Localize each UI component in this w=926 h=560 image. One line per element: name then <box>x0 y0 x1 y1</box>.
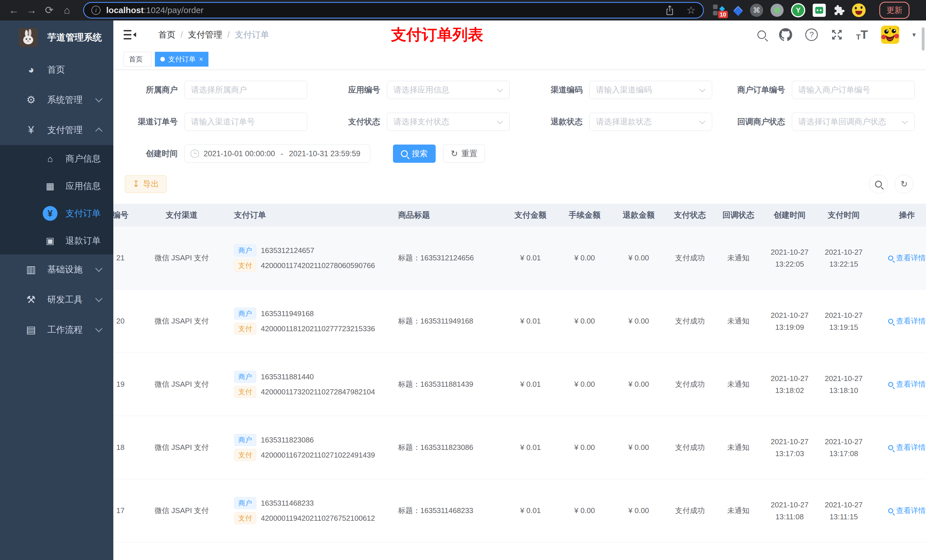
filter-label: 渠道编码 <box>530 85 589 95</box>
browser-reload-button[interactable]: ⟳ <box>41 4 58 16</box>
table-body: 21 微信 JSAPI 支付 商户1635312124657 支付4200001… <box>113 226 926 560</box>
filter-input[interactable] <box>589 81 712 99</box>
export-button[interactable]: ↧ 导出 <box>125 175 166 193</box>
bookmark-star-icon[interactable]: ☆ <box>687 4 696 16</box>
extension-dot-icon[interactable] <box>770 4 784 17</box>
cell-created: 2021-10-2713:17:03 <box>763 436 817 460</box>
select-arrow-icon <box>497 118 503 124</box>
filter-field: 所属商户 <box>125 81 307 99</box>
view-tab[interactable]: 支付订单 × <box>155 52 209 66</box>
fullscreen-icon[interactable] <box>831 29 843 41</box>
share-icon[interactable] <box>665 5 675 16</box>
filter-input[interactable] <box>792 81 915 99</box>
search-icon <box>875 181 882 187</box>
view-detail-link[interactable]: 查看详情 <box>871 506 926 516</box>
user-menu-caret-icon[interactable]: ▾ <box>912 31 916 39</box>
cell-created: 2021-10-2713:18:02 <box>763 373 817 396</box>
detail-search-icon <box>888 382 893 387</box>
cell-refund: ¥ 0.00 <box>612 506 666 515</box>
cell-id: 17 <box>113 506 136 515</box>
cell-title: 标题：1635311949168 <box>387 316 504 326</box>
sidebar-item[interactable]: ¥ 支付管理 <box>0 115 113 145</box>
extensions-puzzle-icon[interactable] <box>833 5 844 16</box>
breadcrumb-item[interactable]: / 支付订单 <box>222 29 269 41</box>
merchant-order-no: 1635311823086 <box>261 436 314 444</box>
user-avatar[interactable] <box>881 26 899 44</box>
pay-order-icon: ¥ <box>43 206 57 221</box>
browser-home-button[interactable]: ⌂ <box>58 4 76 16</box>
chevron-icon <box>95 295 102 302</box>
app-logo[interactable]: 芋道管理系统 <box>0 21 113 54</box>
sidebar-item[interactable]: ◕ 首页 <box>0 54 113 85</box>
merchant-order-no: 1635311949168 <box>261 309 314 318</box>
filter-label: 商户订单编号 <box>732 85 792 95</box>
merchant-order-no: 1635312124657 <box>261 246 314 255</box>
select-arrow-icon <box>699 86 705 92</box>
header-search-icon[interactable] <box>757 30 766 39</box>
cell-fee: ¥ 0.00 <box>558 380 612 389</box>
view-detail-link[interactable]: 查看详情 <box>871 442 926 453</box>
extension-gem-icon[interactable]: ◆ <box>734 3 743 17</box>
sidebar-subitem[interactable]: ¥ 支付订单 <box>0 200 113 227</box>
pikachu-avatar-icon <box>881 26 899 44</box>
page-scrollbar[interactable] <box>922 27 924 51</box>
filter-input[interactable] <box>589 113 712 131</box>
filter-label: 支付状态 <box>327 116 387 127</box>
breadcrumb: 首页 / 支付管理 / 支付订单 <box>148 29 269 41</box>
cell-refund: ¥ 0.00 <box>612 443 666 452</box>
browser-menu-icon[interactable]: ⋮ <box>922 4 926 16</box>
reset-button[interactable]: ↻ 重置 <box>443 145 485 163</box>
extension-y-icon[interactable]: Y <box>791 3 805 17</box>
view-detail-link[interactable]: 查看详情 <box>871 379 926 389</box>
sidebar-toggle-icon[interactable] <box>124 29 136 40</box>
cell-paid: 2021-10-2713:22:15 <box>817 246 871 270</box>
github-icon[interactable] <box>779 28 792 41</box>
cell-refund: ¥ 0.00 <box>612 254 666 263</box>
cell-fee: ¥ 0.00 <box>558 443 612 452</box>
extension-blocks-icon[interactable]: ◆ 10 <box>713 3 726 17</box>
help-icon[interactable]: ? <box>805 29 818 41</box>
breadcrumb-item[interactable]: 首页 <box>148 29 176 41</box>
extension-emoji-icon[interactable] <box>852 3 865 17</box>
sidebar-subitem[interactable]: ▦ 应用信息 <box>0 172 113 200</box>
address-bar[interactable]: i localhost:1024/pay/order ☆ <box>83 2 704 18</box>
font-size-icon[interactable]: TT <box>856 28 868 42</box>
extension-chat-icon[interactable] <box>813 4 826 17</box>
sidebar-item[interactable]: ▥ 基础设施 <box>0 254 113 285</box>
site-info-icon[interactable]: i <box>91 6 100 15</box>
filter-input[interactable] <box>185 81 307 99</box>
view-tab[interactable]: 首页 <box>124 52 151 66</box>
search-button[interactable]: 搜索 <box>393 145 436 163</box>
date-start-value: 2021-10-01 00:00:00 <box>204 149 275 158</box>
cell-created: 2021-10-2713:22:05 <box>763 246 817 270</box>
filter-input[interactable] <box>387 113 510 131</box>
filter-input[interactable] <box>185 113 307 131</box>
pay-order-no: 420000117320211027284798​2104 <box>261 388 375 396</box>
reset-icon: ↻ <box>451 149 458 158</box>
browser-update-button[interactable]: 更新 <box>879 2 909 19</box>
merchant-tag: 商户 <box>234 497 256 509</box>
sidebar-subitem[interactable]: ⌂ 商户信息 <box>0 145 113 172</box>
date-range-picker[interactable]: 2021-10-01 00:00:00 - 2021-10-31 23:59:5… <box>185 145 370 163</box>
gear-icon: ⚙ <box>24 94 38 106</box>
url-host: localhost <box>106 5 144 15</box>
sidebar-item[interactable]: ▤ 工作流程 <box>0 315 113 345</box>
page-title-annotation: 支付订单列表 <box>391 24 483 45</box>
sidebar-subitem[interactable]: ▣ 退款订单 <box>0 227 113 254</box>
browser-forward-button[interactable]: → <box>23 4 41 16</box>
extension-command-icon[interactable]: ⌘ <box>750 4 763 17</box>
refresh-table-button[interactable]: ↻ <box>895 175 914 193</box>
filter-field: 应用编号 <box>327 81 510 99</box>
cell-actions: 查看详情 <box>871 253 926 263</box>
filter-input[interactable] <box>792 113 915 131</box>
tab-close-icon[interactable]: × <box>199 55 203 63</box>
view-detail-link[interactable]: 查看详情 <box>871 316 926 326</box>
breadcrumb-item[interactable]: / 支付管理 <box>176 29 222 41</box>
sidebar-item[interactable]: ⚙ 系统管理 <box>0 85 113 115</box>
filter-input[interactable] <box>387 81 510 99</box>
view-detail-link[interactable]: 查看详情 <box>871 253 926 263</box>
sidebar-item[interactable]: ⚒ 研发工具 <box>0 285 113 315</box>
filter-field: 退款状态 <box>530 113 712 131</box>
toggle-search-button[interactable] <box>869 175 888 193</box>
browser-back-button[interactable]: ← <box>5 4 23 16</box>
